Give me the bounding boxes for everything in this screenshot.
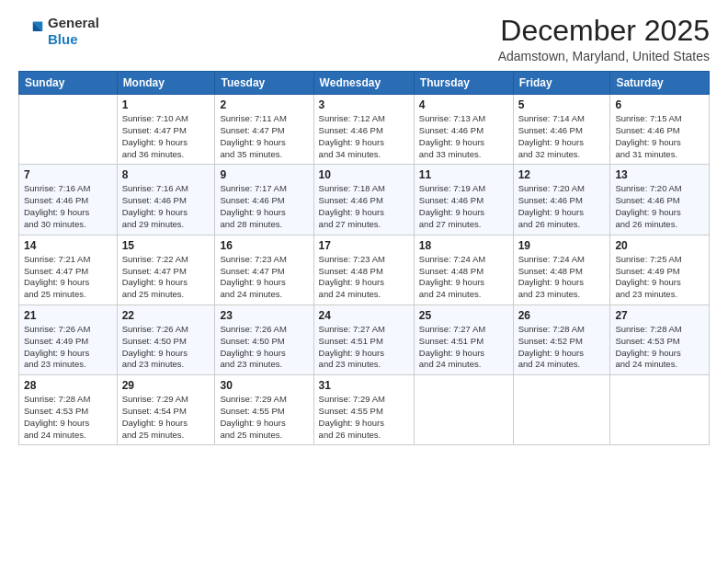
calendar-week-row: 7Sunrise: 7:16 AMSunset: 4:46 PMDaylight… [19,165,710,235]
calendar-cell: 8Sunrise: 7:16 AMSunset: 4:46 PMDaylight… [117,165,215,235]
calendar-table: SundayMondayTuesdayWednesdayThursdayFrid… [18,71,710,445]
day-info: Sunrise: 7:24 AMSunset: 4:48 PMDaylight:… [419,254,508,301]
day-info: Sunrise: 7:16 AMSunset: 4:46 PMDaylight:… [24,183,112,230]
calendar-cell: 1Sunrise: 7:10 AMSunset: 4:47 PMDaylight… [117,95,215,165]
day-info: Sunrise: 7:27 AMSunset: 4:51 PMDaylight:… [419,324,508,371]
day-info: Sunrise: 7:23 AMSunset: 4:47 PMDaylight:… [220,254,308,301]
day-info: Sunrise: 7:23 AMSunset: 4:48 PMDaylight:… [319,254,409,301]
day-info: Sunrise: 7:20 AMSunset: 4:46 PMDaylight:… [615,183,704,230]
day-info: Sunrise: 7:13 AMSunset: 4:46 PMDaylight:… [419,113,508,160]
calendar-day-header: Wednesday [313,72,414,95]
day-info: Sunrise: 7:22 AMSunset: 4:47 PMDaylight:… [122,254,210,301]
calendar-week-row: 14Sunrise: 7:21 AMSunset: 4:47 PMDayligh… [19,235,710,304]
calendar-cell: 5Sunrise: 7:14 AMSunset: 4:46 PMDaylight… [513,95,610,165]
calendar-cell: 6Sunrise: 7:15 AMSunset: 4:46 PMDaylight… [610,95,710,165]
calendar-cell: 29Sunrise: 7:29 AMSunset: 4:54 PMDayligh… [117,375,215,445]
day-number: 31 [319,379,409,392]
calendar-cell: 21Sunrise: 7:26 AMSunset: 4:49 PMDayligh… [19,304,118,374]
calendar-cell: 19Sunrise: 7:24 AMSunset: 4:48 PMDayligh… [513,235,610,304]
day-number: 24 [319,309,409,322]
day-number: 17 [319,239,409,252]
calendar-cell: 31Sunrise: 7:29 AMSunset: 4:55 PMDayligh… [313,375,414,445]
day-info: Sunrise: 7:28 AMSunset: 4:52 PMDaylight:… [518,324,606,371]
day-number: 18 [419,239,508,252]
calendar-cell: 23Sunrise: 7:26 AMSunset: 4:50 PMDayligh… [215,304,313,374]
calendar-cell: 14Sunrise: 7:21 AMSunset: 4:47 PMDayligh… [19,235,118,304]
calendar-cell [414,375,513,445]
calendar-cell: 20Sunrise: 7:25 AMSunset: 4:49 PMDayligh… [610,235,710,304]
day-number: 3 [319,98,409,111]
day-info: Sunrise: 7:12 AMSunset: 4:46 PMDaylight:… [319,113,409,160]
logo: General Blue [18,15,99,48]
day-number: 10 [319,168,409,181]
calendar-cell: 26Sunrise: 7:28 AMSunset: 4:52 PMDayligh… [513,304,610,374]
logo-icon [18,18,44,44]
calendar-week-row: 1Sunrise: 7:10 AMSunset: 4:47 PMDaylight… [19,95,710,165]
day-number: 20 [615,239,704,252]
calendar-cell: 15Sunrise: 7:22 AMSunset: 4:47 PMDayligh… [117,235,215,304]
day-number: 16 [220,239,308,252]
day-info: Sunrise: 7:15 AMSunset: 4:46 PMDaylight:… [615,113,704,160]
calendar-day-header: Thursday [414,72,513,95]
calendar-cell: 9Sunrise: 7:17 AMSunset: 4:46 PMDaylight… [215,165,313,235]
day-info: Sunrise: 7:26 AMSunset: 4:50 PMDaylight:… [220,324,308,371]
day-number: 19 [518,239,606,252]
day-info: Sunrise: 7:17 AMSunset: 4:46 PMDaylight:… [220,183,308,230]
calendar-week-row: 21Sunrise: 7:26 AMSunset: 4:49 PMDayligh… [19,304,710,374]
day-number: 26 [518,309,606,322]
day-info: Sunrise: 7:14 AMSunset: 4:46 PMDaylight:… [518,113,606,160]
day-number: 30 [220,379,308,392]
day-info: Sunrise: 7:26 AMSunset: 4:50 PMDaylight:… [122,324,210,371]
calendar-cell [513,375,610,445]
calendar-day-header: Tuesday [215,72,313,95]
day-number: 4 [419,98,508,111]
calendar-day-header: Sunday [19,72,118,95]
day-number: 14 [24,239,112,252]
day-number: 28 [24,379,112,392]
calendar-cell: 16Sunrise: 7:23 AMSunset: 4:47 PMDayligh… [215,235,313,304]
calendar-cell: 12Sunrise: 7:20 AMSunset: 4:46 PMDayligh… [513,165,610,235]
day-info: Sunrise: 7:11 AMSunset: 4:47 PMDaylight:… [220,113,308,160]
day-info: Sunrise: 7:20 AMSunset: 4:46 PMDaylight:… [518,183,606,230]
calendar-day-header: Friday [513,72,610,95]
day-number: 9 [220,168,308,181]
day-info: Sunrise: 7:26 AMSunset: 4:49 PMDaylight:… [24,324,112,371]
title-block: December 2025 Adamstown, Maryland, Unite… [498,15,710,63]
day-number: 7 [24,168,112,181]
calendar-day-header: Saturday [610,72,710,95]
day-number: 22 [122,309,210,322]
day-info: Sunrise: 7:24 AMSunset: 4:48 PMDaylight:… [518,254,606,301]
calendar-cell [19,95,118,165]
calendar-cell: 27Sunrise: 7:28 AMSunset: 4:53 PMDayligh… [610,304,710,374]
day-info: Sunrise: 7:29 AMSunset: 4:55 PMDaylight:… [319,394,409,441]
calendar-cell: 22Sunrise: 7:26 AMSunset: 4:50 PMDayligh… [117,304,215,374]
day-number: 11 [419,168,508,181]
day-number: 12 [518,168,606,181]
subtitle: Adamstown, Maryland, United States [498,49,710,63]
calendar-cell: 7Sunrise: 7:16 AMSunset: 4:46 PMDaylight… [19,165,118,235]
calendar-cell: 11Sunrise: 7:19 AMSunset: 4:46 PMDayligh… [414,165,513,235]
day-info: Sunrise: 7:19 AMSunset: 4:46 PMDaylight:… [419,183,508,230]
day-number: 1 [122,98,210,111]
day-number: 2 [220,98,308,111]
calendar-cell: 4Sunrise: 7:13 AMSunset: 4:46 PMDaylight… [414,95,513,165]
calendar-cell: 2Sunrise: 7:11 AMSunset: 4:47 PMDaylight… [215,95,313,165]
day-number: 29 [122,379,210,392]
day-info: Sunrise: 7:16 AMSunset: 4:46 PMDaylight:… [122,183,210,230]
calendar-week-row: 28Sunrise: 7:28 AMSunset: 4:53 PMDayligh… [19,375,710,445]
day-number: 13 [615,168,704,181]
calendar-day-header: Monday [117,72,215,95]
day-number: 23 [220,309,308,322]
calendar-cell: 13Sunrise: 7:20 AMSunset: 4:46 PMDayligh… [610,165,710,235]
day-info: Sunrise: 7:25 AMSunset: 4:49 PMDaylight:… [615,254,704,301]
day-info: Sunrise: 7:27 AMSunset: 4:51 PMDaylight:… [319,324,409,371]
calendar-cell: 24Sunrise: 7:27 AMSunset: 4:51 PMDayligh… [313,304,414,374]
day-info: Sunrise: 7:28 AMSunset: 4:53 PMDaylight:… [615,324,704,371]
header: General Blue December 2025 Adamstown, Ma… [18,15,710,63]
calendar-header-row: SundayMondayTuesdayWednesdayThursdayFrid… [19,72,710,95]
calendar-cell: 30Sunrise: 7:29 AMSunset: 4:55 PMDayligh… [215,375,313,445]
logo-text: General Blue [48,15,99,48]
day-number: 8 [122,168,210,181]
day-number: 25 [419,309,508,322]
calendar-cell: 17Sunrise: 7:23 AMSunset: 4:48 PMDayligh… [313,235,414,304]
